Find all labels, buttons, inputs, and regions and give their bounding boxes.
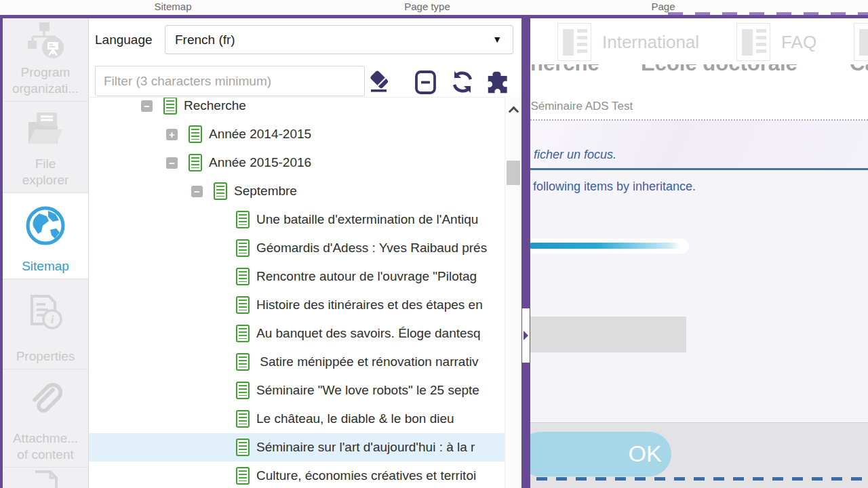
tree-item-label: Satire ménippée et rénovation narrativ: [256, 354, 478, 369]
ribbon-group-page: Page: [616, 1, 711, 12]
ribbon-group-sitemap: Sitemap: [125, 1, 220, 12]
doc-info-icon: i: [3, 279, 88, 348]
tree-item[interactable]: Au banquet des savoirs. Éloge dantesq: [89, 319, 505, 348]
collapse-icon[interactable]: −: [166, 157, 178, 169]
tree-item[interactable]: Séminaire "We love robots" le 25 septe: [89, 376, 505, 405]
tree-item-label: Géomardis d'Adess : Yves Raibaud prés: [256, 241, 487, 256]
page-icon: [236, 353, 250, 371]
collapse-icon[interactable]: −: [141, 100, 153, 112]
page-type-label: International: [602, 32, 699, 53]
sidebar-item-label: Program organizati...: [12, 64, 79, 97]
refresh-icon[interactable]: [450, 69, 475, 95]
zone-divider: [515, 168, 868, 170]
page-icon: [236, 382, 250, 399]
sidebar-item-file[interactable]: File explorer: [3, 102, 88, 193]
inheritance-text: following items by inheritance.: [533, 180, 696, 194]
tree-item[interactable]: Culture, économies créatives et territoi: [89, 462, 505, 488]
sidebar-item-attachme-[interactable]: Attachme... of content: [3, 369, 88, 468]
panel-border-right: [521, 15, 530, 488]
input-placeholder-block: [519, 317, 686, 352]
sidebar-item-label: Attachme... of content: [13, 430, 78, 463]
tree-item[interactable]: Une bataille d'extermination de l'Antiqu: [89, 205, 505, 234]
teal-divider: [519, 239, 689, 253]
page-icon: [236, 296, 250, 314]
page-type-button[interactable]: [854, 23, 868, 61]
tree-item-label: Culture, économies créatives et territoi: [256, 468, 476, 483]
focus-hint-text: ficher un focus.: [534, 148, 616, 162]
tree-item-label: Recherche: [184, 98, 246, 113]
collapse-icon[interactable]: −: [191, 186, 203, 197]
ok-button-label: OK: [621, 441, 669, 467]
teal-gradient-line: [529, 243, 681, 249]
page-icon: [236, 325, 250, 342]
paperclip-icon: [3, 369, 88, 430]
sidebar-item-label: File explorer: [22, 156, 69, 188]
scrollbar-thumb[interactable]: [507, 161, 520, 185]
dotted-divider: [517, 119, 868, 121]
tree-item[interactable]: −Septembre: [89, 177, 505, 205]
sidebar-item-label: Sitemap: [22, 258, 69, 274]
page-icon: [189, 125, 202, 143]
tree-item[interactable]: −Année 2015-2016: [89, 148, 505, 177]
tree-item-label: Septembre: [234, 184, 297, 199]
tree-item[interactable]: Le château, le diable & le bon dieu: [89, 405, 505, 433]
page-icon: [163, 97, 177, 115]
page-icon: [236, 467, 250, 485]
page-icon: [236, 439, 250, 456]
panel-collapse-handle[interactable]: [522, 308, 530, 363]
tree-item-label: Une bataille d'extermination de l'Antiqu: [256, 212, 478, 227]
sidebar-item-more[interactable]: [3, 468, 88, 488]
sitemap-tool-panel: Program organizati...File explorerSitema…: [0, 15, 530, 488]
tree-item-label: Séminaire sur l'art d'aujourd'hui : à la…: [256, 440, 475, 455]
page-icon: [236, 410, 250, 428]
sidebar-item-sitemap[interactable]: Sitemap: [3, 193, 88, 279]
tree-item[interactable]: Histoire des itinéraires et des étapes e…: [89, 291, 505, 319]
ribbon-group-page-type: Page type: [380, 1, 475, 12]
language-select[interactable]: French (fr) ▼: [165, 25, 513, 54]
page-icon: [189, 154, 202, 171]
scroll-up-icon[interactable]: [508, 106, 519, 117]
page-type-label: FAQ: [781, 32, 816, 53]
breadcrumb: › Séminaire ADS Test: [524, 100, 633, 113]
tree-item-label: Séminaire "We love robots" le 25 septe: [256, 383, 479, 398]
chevron-right-icon: [524, 331, 528, 340]
page-layout-icon: [854, 23, 868, 61]
tree-item-label: Rencontre autour de l'ouvrage "Pilotag: [256, 269, 477, 284]
tool-sidebar: Program organizati...File explorerSitema…: [3, 18, 89, 488]
page-tree: −Recherche+Année 2014-2015−Année 2015-20…: [89, 97, 505, 488]
svg-text:i: i: [51, 313, 54, 326]
tree-item-label: Histoire des itinéraires et des étapes e…: [256, 298, 483, 312]
filter-input[interactable]: [95, 66, 365, 96]
plugin-icon[interactable]: [486, 69, 510, 95]
language-value: French (fr): [175, 33, 235, 47]
collapse-all-icon[interactable]: [413, 69, 437, 95]
tree-scrollbar[interactable]: [505, 97, 521, 488]
tree-item[interactable]: Géomardis d'Adess : Yves Raibaud prés: [89, 234, 505, 262]
page-icon: [236, 211, 250, 228]
language-label: Language: [95, 33, 153, 47]
tree-item-label: Année 2015-2016: [209, 155, 311, 170]
tree-item[interactable]: +Année 2014-2015: [89, 120, 505, 148]
page-type-button-international[interactable]: International: [557, 23, 699, 61]
chevron-down-icon: ▼: [492, 34, 502, 45]
org-chart-icon: [3, 18, 88, 64]
tree-item[interactable]: Séminaire sur l'art d'aujourd'hui : à la…: [89, 433, 505, 462]
tree-item[interactable]: Satire ménippée et rénovation narrativ: [89, 348, 505, 376]
page-type-button-faq[interactable]: FAQ: [736, 23, 816, 61]
tree-item[interactable]: −Recherche: [89, 97, 505, 120]
eraser-icon[interactable]: [368, 69, 392, 95]
expand-icon[interactable]: +: [166, 129, 178, 140]
page-layout-icon: [557, 23, 591, 61]
tree-item-label: Année 2014-2015: [209, 127, 311, 142]
sidebar-item-program[interactable]: Program organizati...: [3, 18, 88, 102]
tree-item-label: Le château, le diable & le bon dieu: [256, 411, 454, 426]
sidebar-item-properties[interactable]: iProperties: [3, 279, 88, 369]
dashed-divider-bottom: [517, 477, 868, 481]
tree-item[interactable]: Rencontre autour de l'ouvrage "Pilotag: [89, 262, 505, 291]
sidebar-item-label: Properties: [16, 348, 75, 365]
globe-icon: [3, 193, 88, 258]
page-copy-icon: [3, 468, 88, 488]
page-icon: [214, 182, 227, 200]
page-layout-icon: [736, 23, 770, 61]
inherit-zone-background: [515, 170, 868, 422]
